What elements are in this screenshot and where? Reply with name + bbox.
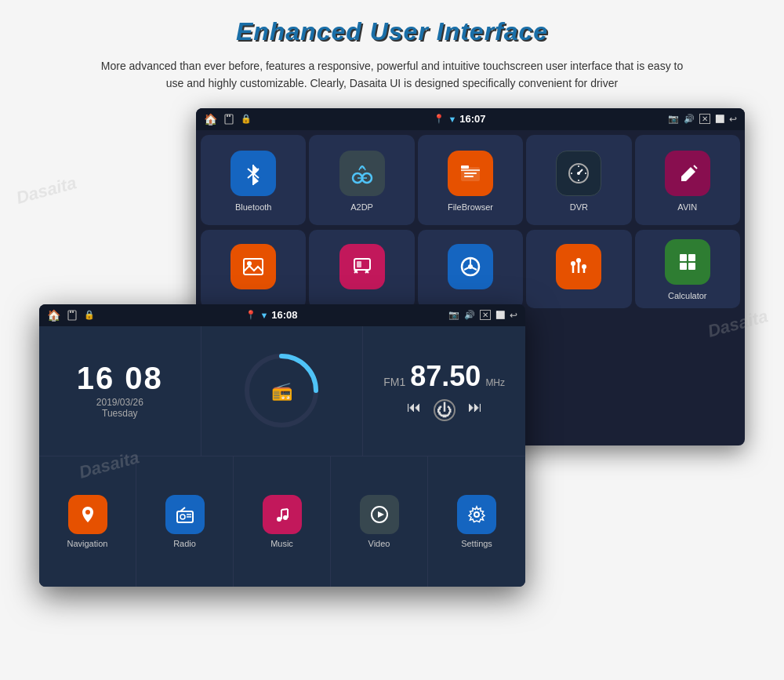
front-status-center: 📍 ▼ 16:08 xyxy=(245,309,297,321)
status-bar-center: 📍 ▼ 16:07 xyxy=(434,113,485,125)
clock-time: 16 08 xyxy=(77,362,163,394)
svg-line-51 xyxy=(281,509,288,510)
svg-rect-9 xyxy=(464,176,474,177)
svg-rect-39 xyxy=(72,311,74,313)
app-icon-avin xyxy=(665,151,710,196)
fm-prev-btn[interactable]: ⏮ xyxy=(407,399,421,421)
home-screen-content: 16 08 2019/03/26 Tuesday 📻 xyxy=(39,326,525,587)
front-win-icon: ⬜ xyxy=(495,311,505,319)
front-back-icon[interactable]: ↩ xyxy=(510,310,517,321)
app-icon-radio xyxy=(165,495,205,534)
fm-power-btn[interactable]: ⏻ xyxy=(434,399,456,421)
home-app-label-navigation: Navigation xyxy=(67,539,108,548)
home-bottom-section: Navigation Rad xyxy=(39,456,525,587)
back-screen-time: 16:07 xyxy=(459,113,485,125)
app-icon-video xyxy=(360,495,399,534)
home-icon[interactable]: 🏠 xyxy=(204,113,217,125)
app-label-bluetooth: Bluetooth xyxy=(235,202,271,212)
cam-icon: 📷 xyxy=(668,114,679,124)
home-app-video[interactable]: Video xyxy=(331,456,428,587)
clock-widget: 16 08 2019/03/26 Tuesday xyxy=(39,326,201,456)
sd-icon xyxy=(223,114,234,125)
header-section: Enhanced User Interface More advanced th… xyxy=(0,0,784,100)
app-icon-navigation xyxy=(68,495,107,534)
home-app-label-radio: Radio xyxy=(173,539,196,548)
radio-dial-widget[interactable]: 📻 xyxy=(201,326,364,456)
win-icon: ⬜ xyxy=(715,115,724,123)
app-icon-a2dp xyxy=(339,151,385,196)
app-icon-music xyxy=(263,495,302,534)
app-icon-filebrowser xyxy=(448,151,493,196)
app-avin[interactable]: AVIN xyxy=(635,135,740,225)
app-icon-settings xyxy=(457,495,496,534)
app-grid-row2: Calculator xyxy=(196,230,745,313)
clock-day: Tuesday xyxy=(102,408,138,419)
back-screen-status-bar: 🏠 🔒 📍 ▼ 16:07 📷 🔊 ✕ ⬜ ↩ xyxy=(196,108,745,130)
fm-unit: MHz xyxy=(485,377,505,388)
front-home-icon[interactable]: 🏠 xyxy=(47,309,60,322)
app-dvr[interactable]: DVR xyxy=(526,135,631,225)
dial-svg: 📻 xyxy=(242,351,321,430)
app-bluetooth[interactable]: Bluetooth xyxy=(201,135,306,225)
svg-marker-53 xyxy=(378,511,384,518)
home-app-label-music: Music xyxy=(270,539,293,548)
home-app-radio[interactable]: Radio xyxy=(136,456,234,587)
fm-band-label: FM1 xyxy=(383,376,405,388)
app-icon-gallery xyxy=(230,244,276,289)
status-bar-left: 🏠 🔒 xyxy=(204,113,252,125)
home-app-settings[interactable]: Settings xyxy=(428,456,525,587)
svg-point-32 xyxy=(582,264,586,269)
front-screen: 🏠 🔒 📍 ▼ 16:08 📷 🔊 ✕ ⬜ ↩ xyxy=(39,304,525,587)
front-vol-icon: 🔊 xyxy=(464,310,475,320)
svg-rect-18 xyxy=(244,259,263,275)
home-app-label-video: Video xyxy=(368,539,390,548)
back-icon[interactable]: ↩ xyxy=(729,114,737,125)
vol-icon: 🔊 xyxy=(684,114,695,124)
box-icon: ✕ xyxy=(699,114,710,124)
front-box-icon: ✕ xyxy=(480,310,491,320)
app-steering[interactable] xyxy=(418,230,523,308)
app-icon-steering xyxy=(448,244,493,289)
app-calculator[interactable]: Calculator xyxy=(635,230,740,308)
fm-next-btn[interactable]: ⏭ xyxy=(468,399,482,421)
app-filebrowser[interactable]: FileBrowser xyxy=(418,135,523,225)
app-icon-mirror xyxy=(339,244,385,289)
front-lock-icon: 🔒 xyxy=(84,310,95,320)
app-grid-row1: Bluetooth A2DP xyxy=(196,130,745,230)
svg-point-30 xyxy=(571,261,575,266)
app-mirror[interactable] xyxy=(309,230,414,308)
svg-rect-7 xyxy=(461,165,469,169)
svg-rect-34 xyxy=(688,254,695,261)
svg-point-44 xyxy=(180,515,185,519)
front-status-left: 🏠 🔒 xyxy=(47,309,95,322)
svg-line-26 xyxy=(472,267,477,270)
app-label-dvr: DVR xyxy=(570,202,588,212)
app-eq[interactable] xyxy=(526,230,631,308)
front-screen-time: 16:08 xyxy=(271,309,297,321)
svg-line-16 xyxy=(579,169,583,173)
clock-date: 2019/03/26 xyxy=(96,397,143,408)
location-icon: 📍 xyxy=(434,114,445,124)
front-sd-icon xyxy=(67,310,78,321)
app-icon-calculator xyxy=(665,239,710,285)
home-app-music[interactable]: Music xyxy=(234,456,331,587)
svg-rect-2 xyxy=(229,115,230,117)
app-gallery[interactable] xyxy=(201,230,306,308)
front-location-icon: 📍 xyxy=(245,310,256,320)
svg-point-42 xyxy=(85,510,90,515)
svg-rect-8 xyxy=(464,173,477,174)
home-app-label-settings: Settings xyxy=(461,539,492,548)
front-status-right: 📷 🔊 ✕ ⬜ ↩ xyxy=(448,310,517,321)
app-icon-bluetooth xyxy=(230,151,276,196)
home-top-section: 16 08 2019/03/26 Tuesday 📻 xyxy=(39,326,525,456)
app-label-calculator: Calculator xyxy=(668,291,707,300)
status-bar-right: 📷 🔊 ✕ ⬜ ↩ xyxy=(668,114,737,125)
lock-icon: 🔒 xyxy=(241,114,252,124)
svg-point-31 xyxy=(576,258,581,263)
app-a2dp[interactable]: A2DP xyxy=(309,135,414,225)
svg-rect-36 xyxy=(688,263,695,270)
svg-line-25 xyxy=(464,267,469,270)
home-app-navigation[interactable]: Navigation xyxy=(39,456,136,587)
svg-rect-35 xyxy=(680,263,687,270)
app-icon-dvr xyxy=(556,151,601,196)
